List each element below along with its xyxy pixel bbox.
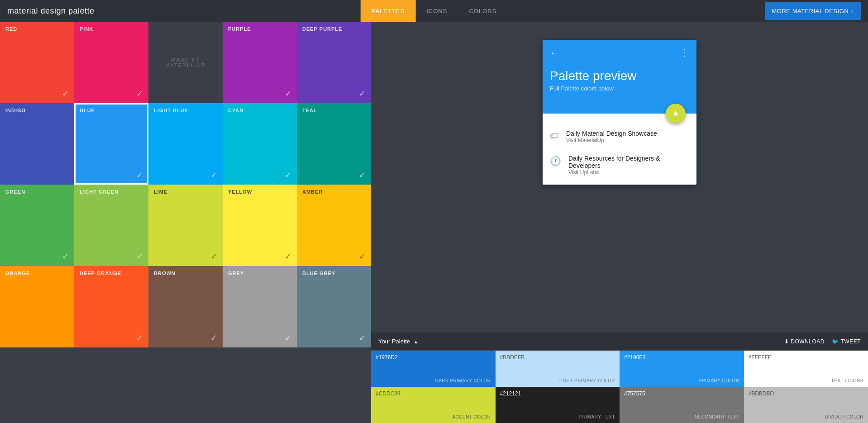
color-tile-label-deep-orange: DEEP ORANGE [80,271,143,276]
label-icon: 🏷 [550,131,559,141]
color-tile-light-green[interactable]: LIGHT GREEN [74,185,148,266]
palette-swatch-0[interactable]: #1976D2 DARK PRIMARY COLOR [371,351,496,387]
color-tile-check-yellow [285,252,291,261]
color-tile-label-brown: BROWN [154,271,217,276]
color-tile-amber[interactable]: AMBER [297,185,371,266]
preview-card-subtitle: Full Palette colors below [550,85,689,92]
palette-swatch-2[interactable]: #2196F3 PRIMARY COLOR [620,351,744,387]
color-tile-cyan[interactable]: CYAN [223,103,297,185]
color-tile-check-light-blue [210,170,217,180]
swatch-hex-6: #757575 [624,390,739,397]
color-tile-purple[interactable]: PURPLE [223,22,297,103]
preview-list-item-1-sub: Visit UpLabs [568,169,689,176]
color-tile-label-purple: PURPLE [228,26,291,32]
color-tile-label-amber: AMBER [302,189,366,195]
download-icon: ⬇ [784,338,789,345]
right-panel: Palette preview Full Palette colors belo… [371,22,868,423]
color-tile-check-brown [210,333,217,343]
color-tile-check-amber [359,252,366,261]
color-tile-label-yellow: YELLOW [228,189,291,195]
color-tile-orange[interactable]: ORANGE [0,266,74,347]
fab-star-icon: ★ [672,109,679,119]
palette-swatch-4[interactable]: #CDDC39 ACCENT COLOR [371,387,496,423]
color-tile-label-orange: ORANGE [5,271,69,276]
color-tile-label-lime: LIME [154,189,217,195]
swatch-hex-3: #FFFFFF [749,354,864,361]
color-tile-blue-grey[interactable]: BLUE GREY [297,266,371,347]
palette-swatch-5[interactable]: #212121 PRIMARY TEXT [496,387,620,423]
color-tile-label-indigo: INDIGO [5,108,69,113]
color-tile-label-light-green: LIGHT GREEN [80,189,143,195]
color-tile-green[interactable]: GREEN [0,185,74,266]
color-tile-deep-purple[interactable]: DEEP PURPLE [297,22,371,103]
color-tile-label-light-blue: LIGHT BLUE [154,108,217,113]
palette-swatch-6[interactable]: #757575 SECONDARY TEXT [620,387,744,423]
color-tile-check-light-green [136,252,143,261]
swatch-hex-0: #1976D2 [376,354,491,361]
preview-list-item-1: 🕐 Daily Resources for Designers & Develo… [550,149,689,181]
swatch-label-0: DARK PRIMARY COLOR [435,378,491,383]
color-tile-label-grey: GREY [228,271,291,276]
color-tile-blue[interactable]: BLUE [74,103,148,185]
color-tile-check-deep-purple [359,89,366,99]
swatch-hex-4: #CDDC39 [376,390,491,397]
header: material design palette PALETTES ICONS C… [0,0,868,22]
color-tile-check-grey [285,333,291,343]
swatch-hex-1: #BBDEFB [500,354,615,361]
color-tile-label-blue-grey: BLUE GREY [302,271,366,276]
color-tile-check-blue [136,170,143,180]
preview-card-body: 🏷 Daily Material Design Showcase Visit M… [543,114,696,185]
nav-colors[interactable]: COLORS [458,0,507,22]
preview-card-fab[interactable]: ★ [666,104,686,124]
nav-palettes[interactable]: PALETTES [361,0,416,22]
color-tile-yellow[interactable]: YELLOW [223,185,297,266]
color-tile-check-blue-grey [359,333,366,343]
swatch-label-7: DIVIDER COLOR [825,414,863,419]
color-tile-pink[interactable]: PINK [74,22,148,103]
app-title: material design palette [7,6,95,16]
tweet-icon: 🐦 [832,338,839,345]
color-tile-check-green [62,252,69,261]
color-tile-check-teal [359,170,366,180]
preview-list-item-0: 🏷 Daily Material Design Showcase Visit M… [550,124,689,149]
download-button[interactable]: ⬇ DOWNLOAD [784,338,825,345]
swatch-hex-7: #BDBDBD [749,390,864,397]
color-tile-label-cyan: CYAN [228,108,291,113]
color-tile-label-deep-purple: DEEP PURPLE [302,26,366,32]
preview-list-item-1-main: Daily Resources for Designers & Develope… [568,155,689,169]
main-content: RED PINK MADE BY MATERIALUP PURPLE DEEP … [0,22,868,423]
color-tile-indigo[interactable]: INDIGO [0,103,74,185]
your-palette-bar: Your Palette ▲ ⬇ DOWNLOAD 🐦 TWEET [371,333,868,423]
palette-swatch-7[interactable]: #BDBDBD DIVIDER COLOR [744,387,868,423]
preview-card-more-button[interactable] [680,47,689,58]
swatch-hex-2: #2196F3 [624,354,739,361]
tweet-button[interactable]: 🐦 TWEET [832,338,861,345]
main-nav: PALETTES ICONS COLORS [361,0,508,22]
color-tile-label-green: GREEN [5,189,69,195]
color-tile-light-blue[interactable]: LIGHT BLUE [148,103,223,185]
preview-list-item-0-main: Daily Material Design Showcase [566,130,657,137]
color-tile-lime[interactable]: LIME [148,185,223,266]
color-tile-label-red: RED [5,26,69,32]
color-tile-brown[interactable]: BROWN [148,266,223,347]
swatch-label-3: TEXT / ICONS [831,378,863,383]
swatch-label-6: SECONDARY TEXT [695,414,739,419]
color-tile-deep-orange[interactable]: DEEP ORANGE [74,266,148,347]
swatch-label-5: PRIMARY TEXT [579,414,615,419]
preview-card: Palette preview Full Palette colors belo… [543,40,696,185]
color-tile-check-purple [285,89,291,99]
preview-card-back-button[interactable] [550,48,559,58]
color-tile-red[interactable]: RED [0,22,74,103]
color-tile-check-lime [210,252,217,261]
swatch-label-1: LIGHT PRIMARY COLOR [558,378,615,383]
color-tile-made-by: MADE BY MATERIALUP [148,22,223,103]
palette-chevron: ▲ [414,339,418,344]
your-palette-title: Your Palette ▲ [378,338,418,345]
color-tile-check-pink [136,89,143,99]
color-tile-grey[interactable]: GREY [223,266,297,347]
nav-icons[interactable]: ICONS [415,0,458,22]
color-tile-teal[interactable]: TEAL [297,103,371,185]
more-material-design-button[interactable]: MORE MATERIAL DESIGN › [765,2,861,20]
palette-swatch-1[interactable]: #BBDEFB LIGHT PRIMARY COLOR [496,351,620,387]
palette-swatch-3[interactable]: #FFFFFF TEXT / ICONS [744,351,868,387]
